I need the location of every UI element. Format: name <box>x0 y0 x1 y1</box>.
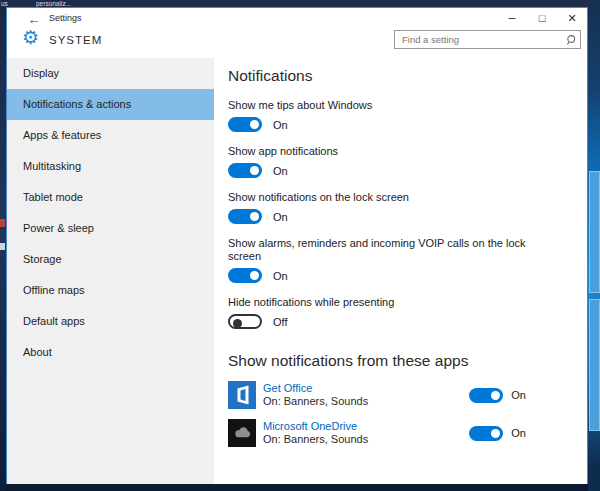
toggle-app-notifications[interactable] <box>228 163 262 178</box>
desktop-tile <box>589 299 600 431</box>
settings-window: ← Settings – □ ✕ ⚙ SYSTEM Display <box>6 7 588 484</box>
onedrive-icon <box>228 419 256 447</box>
toggle-show-tips[interactable] <box>228 117 262 132</box>
setting-label: Show me tips about Windows <box>228 99 538 112</box>
toggle-state-label: On <box>273 119 288 131</box>
section-heading: Notifications <box>228 66 587 86</box>
toggle-onedrive[interactable] <box>469 426 503 441</box>
app-detail: On: Banners, Sounds <box>263 395 368 408</box>
maximize-icon: □ <box>539 12 546 24</box>
gear-icon: ⚙ <box>22 26 39 48</box>
minimize-icon: – <box>509 11 516 25</box>
setting-label: Show app notifications <box>228 145 538 158</box>
sidebar-item-apps-features[interactable]: Apps & features <box>7 120 214 151</box>
close-icon: ✕ <box>567 12 576 24</box>
toggle-state-label: On <box>273 270 288 282</box>
sidebar-item-notifications-actions[interactable]: Notifications & actions <box>7 89 214 120</box>
get-office-icon <box>228 381 256 409</box>
setting-label: Hide notifications while presenting <box>228 296 538 309</box>
desktop-icon-fragment <box>0 219 5 227</box>
background-window-titlebar: us personaliz... <box>0 0 600 7</box>
toggle-state-label: On <box>511 389 526 401</box>
toggle-state-label: On <box>273 211 288 223</box>
app-row-get-office: Get Office On: Banners, Sounds On <box>228 381 526 409</box>
sidebar-item-storage[interactable]: Storage <box>7 244 214 275</box>
toggle-lock-screen-notifications[interactable] <box>228 209 262 224</box>
maximize-button[interactable]: □ <box>527 8 557 30</box>
page-header: ⚙ SYSTEM <box>7 32 587 58</box>
sidebar-item-power-sleep[interactable]: Power & sleep <box>7 213 214 244</box>
notifications-panel: Notifications Show me tips about Windows… <box>214 58 587 484</box>
app-name-link[interactable]: Microsoft OneDrive <box>263 420 368 433</box>
toggle-state-label: Off <box>273 316 287 328</box>
app-detail: On: Banners, Sounds <box>263 433 368 446</box>
sidebar-item-multitasking[interactable]: Multitasking <box>7 151 214 182</box>
back-icon: ← <box>28 12 41 27</box>
sidebar-item-offline-maps[interactable]: Offline maps <box>7 275 214 306</box>
toggle-get-office[interactable] <box>469 388 503 403</box>
settings-sidebar: Display Notifications & actions Apps & f… <box>7 58 214 484</box>
toggle-state-label: On <box>511 427 526 439</box>
close-button[interactable]: ✕ <box>557 8 587 30</box>
window-title: Settings <box>49 13 82 23</box>
page-title: SYSTEM <box>49 34 102 46</box>
app-row-onedrive: Microsoft OneDrive On: Banners, Sounds O… <box>228 419 526 447</box>
app-name-link[interactable]: Get Office <box>263 382 368 395</box>
desktop-tile <box>589 171 600 293</box>
toggle-hide-while-presenting[interactable] <box>228 314 262 329</box>
minimize-button[interactable]: – <box>497 8 527 30</box>
sidebar-item-about[interactable]: About <box>7 337 214 368</box>
sidebar-item-default-apps[interactable]: Default apps <box>7 306 214 337</box>
background-window-fragment: us <box>1 0 8 7</box>
titlebar: ← Settings – □ ✕ <box>7 8 587 32</box>
apps-section-heading: Show notifications from these apps <box>228 351 587 371</box>
search-icon <box>564 33 580 47</box>
toggle-alarms-voip[interactable] <box>228 268 262 283</box>
setting-label: Show alarms, reminders and incoming VOIP… <box>228 237 538 263</box>
search-input[interactable] <box>395 34 564 45</box>
background-window-title: personaliz... <box>36 0 71 7</box>
desktop-icon-fragment <box>0 243 5 250</box>
setting-label: Show notifications on the lock screen <box>228 191 538 204</box>
sidebar-item-tablet-mode[interactable]: Tablet mode <box>7 182 214 213</box>
sidebar-item-display[interactable]: Display <box>7 58 214 89</box>
desktop-background: us personaliz... ← Settings – □ ✕ ⚙ SYST… <box>0 0 600 491</box>
search-box <box>394 30 581 49</box>
toggle-state-label: On <box>273 165 288 177</box>
